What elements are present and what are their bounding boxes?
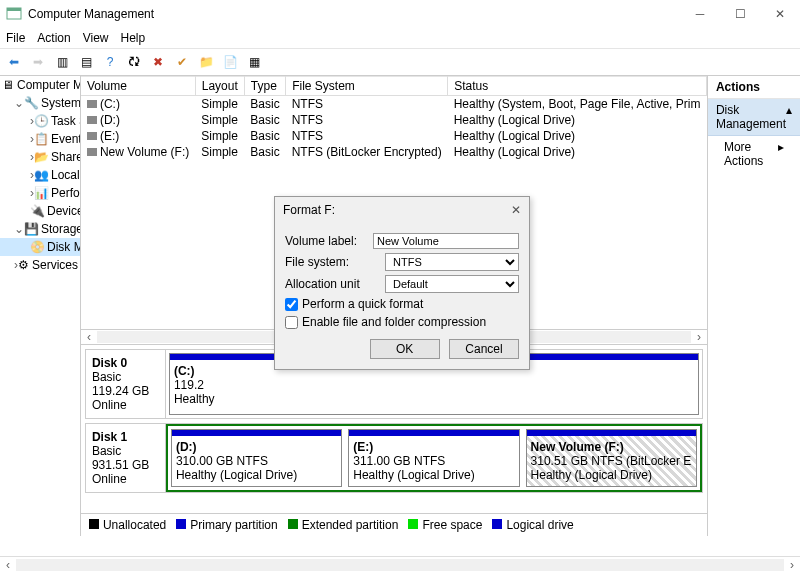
actions-header: Actions (708, 76, 800, 99)
tree-task-scheduler[interactable]: ›🕒Task Scheduler (0, 112, 80, 130)
forward-icon[interactable]: ➡ (28, 52, 48, 72)
compression-label: Enable file and folder compression (302, 315, 486, 329)
volume-row[interactable]: (E:)SimpleBasicNTFSHealthy (Logical Driv… (81, 128, 707, 144)
actions-disk-management[interactable]: Disk Management▴ (708, 99, 800, 136)
allocation-unit-label: Allocation unit (285, 277, 385, 291)
volume-row[interactable]: (D:)SimpleBasicNTFSHealthy (Logical Driv… (81, 112, 707, 128)
tree-event-viewer[interactable]: ›📋Event Viewer (0, 130, 80, 148)
window-title: Computer Management (28, 7, 154, 21)
menu-action[interactable]: Action (37, 31, 70, 45)
quick-format-checkbox[interactable] (285, 298, 298, 311)
scroll-right-icon[interactable]: › (691, 330, 707, 344)
actions-more[interactable]: More Actions▸ (708, 136, 800, 172)
quick-format-label: Perform a quick format (302, 297, 423, 311)
svg-rect-1 (7, 8, 21, 11)
computer-icon: 🖥 (2, 78, 14, 92)
tree-root[interactable]: 🖥Computer Management (Local (0, 76, 80, 94)
collapse-icon: ▴ (786, 103, 792, 131)
legend: Unallocated Primary partition Extended p… (81, 513, 707, 536)
menu-file[interactable]: File (6, 31, 25, 45)
menubar: File Action View Help (0, 28, 800, 48)
col-layout[interactable]: Layout (195, 77, 244, 96)
tree-local-users[interactable]: ›👥Local Users and Groups (0, 166, 80, 184)
list-icon[interactable]: ▦ (244, 52, 264, 72)
tree-system-tools[interactable]: ⌄🔧System Tools (0, 94, 80, 112)
toolbar: ⬅ ➡ ▥ ▤ ? 🗘 ✖ ✔ 📁 📄 ▦ (0, 48, 800, 76)
tree-panel: 🖥Computer Management (Local ⌄🔧System Too… (0, 76, 81, 536)
window-scrollbar[interactable]: ‹ › (0, 556, 800, 572)
col-status[interactable]: Status (448, 77, 707, 96)
back-icon[interactable]: ⬅ (4, 52, 24, 72)
scroll-left-icon[interactable]: ‹ (81, 330, 97, 344)
scroll-left-icon[interactable]: ‹ (0, 558, 16, 572)
actions-panel: Actions Disk Management▴ More Actions▸ (708, 76, 800, 536)
tree-disk-management[interactable]: 📀Disk Management (0, 238, 80, 256)
disk-row[interactable]: Disk 1Basic931.51 GBOnline(D:)310.00 GB … (85, 423, 703, 493)
compression-checkbox[interactable] (285, 316, 298, 329)
allocation-unit-select[interactable]: Default (385, 275, 519, 293)
tree-device-manager[interactable]: 🔌Device Manager (0, 202, 80, 220)
close-icon[interactable]: ✕ (511, 203, 521, 217)
cancel-button[interactable]: Cancel (449, 339, 519, 359)
titlebar: Computer Management ─ ☐ ✕ (0, 0, 800, 28)
partition[interactable]: (E:)311.00 GB NTFSHealthy (Logical Drive… (348, 429, 519, 487)
format-dialog: Format F: ✕ Volume label: File system: N… (274, 196, 530, 370)
volume-label-label: Volume label: (285, 234, 373, 248)
help-icon[interactable]: ? (100, 52, 120, 72)
volume-table[interactable]: Volume Layout Type File System Status (C… (81, 76, 707, 160)
volume-row[interactable]: (C:)SimpleBasicNTFSHealthy (System, Boot… (81, 96, 707, 113)
col-filesystem[interactable]: File System (286, 77, 448, 96)
tree-storage[interactable]: ⌄💾Storage (0, 220, 80, 238)
refresh-icon[interactable]: 🗘 (124, 52, 144, 72)
apply-icon[interactable]: ✔ (172, 52, 192, 72)
delete-icon[interactable]: ✖ (148, 52, 168, 72)
partition[interactable]: New Volume (F:)310.51 GB NTFS (BitLocker… (526, 429, 697, 487)
col-volume[interactable]: Volume (81, 77, 195, 96)
app-icon (6, 6, 22, 22)
ok-button[interactable]: OK (370, 339, 440, 359)
chevron-right-icon: ▸ (778, 140, 784, 168)
scroll-right-icon[interactable]: › (784, 558, 800, 572)
folder-icon[interactable]: 📁 (196, 52, 216, 72)
tree-services[interactable]: ›⚙Services and Applications (0, 256, 80, 274)
volume-row[interactable]: New Volume (F:)SimpleBasicNTFS (BitLocke… (81, 144, 707, 160)
file-system-label: File system: (285, 255, 385, 269)
menu-view[interactable]: View (83, 31, 109, 45)
show-hide-icon[interactable]: ▥ (52, 52, 72, 72)
close-button[interactable]: ✕ (760, 0, 800, 28)
minimize-button[interactable]: ─ (680, 0, 720, 28)
dialog-title: Format F: (283, 203, 335, 217)
properties-icon[interactable]: ▤ (76, 52, 96, 72)
file-system-select[interactable]: NTFS (385, 253, 519, 271)
partition[interactable]: (D:)310.00 GB NTFSHealthy (Logical Drive… (171, 429, 342, 487)
maximize-button[interactable]: ☐ (720, 0, 760, 28)
col-type[interactable]: Type (244, 77, 285, 96)
tree-shared-folders[interactable]: ›📂Shared Folders (0, 148, 80, 166)
page-icon[interactable]: 📄 (220, 52, 240, 72)
tree-performance[interactable]: ›📊Performance (0, 184, 80, 202)
menu-help[interactable]: Help (121, 31, 146, 45)
volume-label-input[interactable] (373, 233, 519, 249)
collapse-icon[interactable]: ⌄ (14, 96, 24, 110)
